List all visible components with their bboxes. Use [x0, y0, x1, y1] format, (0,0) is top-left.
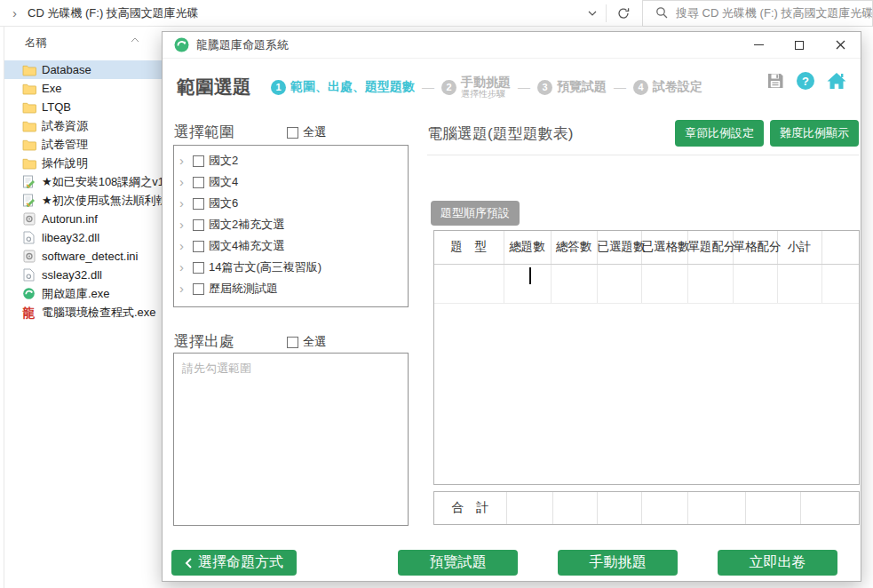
save-icon[interactable] [766, 72, 784, 90]
col-subtotal: 小計 [777, 231, 821, 264]
expand-chevron-icon[interactable]: › [179, 220, 188, 229]
chevron-down-icon[interactable] [579, 0, 606, 27]
folder-icon [21, 156, 36, 171]
tree-item-checkbox[interactable] [193, 283, 204, 295]
minimize-button[interactable] [738, 32, 779, 59]
preview-questions-button[interactable]: 預覽試題 [398, 550, 518, 576]
file-row-database[interactable]: Database [4, 60, 162, 79]
file-label: libeay32.dll [42, 231, 99, 244]
tree-item-label[interactable]: 國文2 [209, 153, 238, 169]
address-controls [579, 0, 640, 27]
tree-item-label[interactable]: 14篇古文(高三複習版) [209, 259, 321, 275]
type-order-preset-button[interactable]: 題型順序預設 [431, 201, 520, 226]
tree-item-checkbox[interactable] [193, 219, 204, 231]
breadcrumb[interactable]: CD 光碟機 (F:) 技高國文題庫光碟 [28, 5, 199, 21]
file-row-env-check-exe[interactable]: 龍 電腦環境檢查程式.exe [4, 303, 162, 322]
tree-item-label[interactable]: 國文2補充文選 [209, 217, 284, 233]
cell-question-type[interactable] [434, 264, 504, 303]
app-logo-icon [174, 37, 189, 52]
breadcrumb-arrow-icon[interactable]: › [12, 5, 17, 20]
tree-item-label[interactable]: 國文4 [209, 174, 238, 190]
expand-chevron-icon[interactable]: › [179, 199, 188, 208]
chapter-ratio-button[interactable]: 章節比例設定 [675, 120, 764, 147]
total-label: 合 計 [434, 492, 506, 524]
expand-chevron-icon[interactable]: › [179, 242, 188, 250]
file-row-readme-108[interactable]: ★如已安裝108課綱之v1.( [4, 172, 162, 191]
config-file-icon [21, 212, 36, 226]
text-caret [529, 267, 531, 284]
file-row-ssleay[interactable]: ssleay32.dll [4, 266, 162, 284]
generate-paper-button[interactable]: 立即出卷 [718, 550, 837, 576]
col-question-type: 題 型 [434, 231, 504, 264]
cell-selected-questions[interactable] [597, 264, 641, 303]
step-3-label: 預覽試題 [557, 79, 607, 95]
app-exe-icon [21, 287, 36, 301]
tree-item-label[interactable]: 國文4補充文選 [209, 238, 284, 254]
tree-item-checkbox[interactable] [193, 198, 204, 210]
cell-total-questions[interactable] [504, 264, 551, 303]
source-list-box[interactable]: 請先勾選範圍 [173, 353, 409, 526]
file-row-readme-firstuse[interactable]: ★初次使用或無法順利執行 [4, 191, 162, 210]
tree-item-label[interactable]: 歷屆統測試題 [209, 281, 278, 297]
file-row-exe-folder[interactable]: Exe [4, 79, 162, 98]
step-1-range[interactable]: 1 範圍、出處、題型題數 [271, 79, 415, 95]
page-title: 範圍選題 [177, 75, 251, 99]
tree-item-label[interactable]: 國文6 [209, 195, 238, 211]
folder-icon [21, 100, 36, 115]
cell-subtotal[interactable] [777, 264, 821, 303]
file-list-pane: 名稱 Database Exe LTQB 試卷資源 試卷管 [4, 27, 162, 588]
document-icon [21, 175, 36, 189]
range-select-all-checkbox[interactable] [287, 127, 298, 139]
back-to-mode-button[interactable]: 選擇命題方式 [171, 550, 297, 576]
column-header-name[interactable]: 名稱 [25, 36, 47, 51]
cell-points-per-blank[interactable] [733, 264, 777, 303]
file-row-ltqb[interactable]: LTQB [4, 98, 162, 116]
wizard-steps: 1 範圍、出處、題型題數 — 2 手動挑題 選擇性步驟 — 3 預覽試題 — [271, 75, 702, 99]
step-separator: — [422, 80, 434, 94]
dll-file-icon [21, 231, 36, 245]
maximize-button[interactable] [779, 32, 820, 59]
close-button[interactable] [820, 32, 861, 59]
app-window: 龍騰題庫命題系統 範圍選題 1 範圍、出處、題型題數 — 2 [162, 31, 861, 582]
file-row-autorun[interactable]: Autorun.inf [4, 210, 162, 228]
tree-item-checkbox[interactable] [193, 241, 204, 252]
source-placeholder: 請先勾選範圍 [182, 362, 251, 375]
cell-points-per-question[interactable] [687, 264, 733, 303]
step-3-preview[interactable]: 3 預覽試題 [537, 79, 607, 95]
step-2-manual-pick[interactable]: 2 手動挑題 選擇性步驟 [441, 75, 511, 99]
expand-chevron-icon[interactable]: › [179, 178, 188, 187]
cell-extra[interactable] [821, 264, 860, 303]
app-header: 範圍選題 1 範圍、出處、題型題數 — 2 手動挑題 選擇性步驟 — 3 [163, 60, 861, 115]
difficulty-ratio-button[interactable]: 難度比例顯示 [770, 120, 859, 147]
folder-icon [21, 82, 36, 96]
step-4-paper-settings[interactable]: 4 試卷設定 [633, 79, 702, 95]
step-4-label: 試卷設定 [653, 79, 702, 95]
tree-item-checkbox[interactable] [193, 177, 204, 188]
file-row-libeay[interactable]: libeay32.dll [4, 228, 162, 247]
manual-button-label: 手動挑題 [590, 553, 647, 572]
help-icon[interactable]: ? [797, 72, 814, 90]
manual-pick-button[interactable]: 手動挑題 [558, 550, 678, 576]
source-select-all-checkbox[interactable] [287, 337, 298, 348]
col-selected-blanks: 已選格數 [641, 231, 687, 264]
search-input[interactable]: 搜尋 CD 光碟機 (F:) 技高國文題庫光碟 [642, 0, 873, 27]
cell-selected-blanks[interactable] [641, 264, 687, 303]
col-points-per-blank: 單格配分 [733, 231, 777, 264]
file-row-software-detect[interactable]: software_detect.ini [4, 247, 162, 266]
refresh-icon[interactable] [607, 0, 640, 27]
sort-ascending-icon[interactable] [131, 32, 139, 45]
step-2-sublabel: 選擇性步驟 [461, 89, 511, 99]
file-row-exam-manage[interactable]: 試卷管理 [4, 135, 162, 154]
file-row-exam-resource[interactable]: 試卷資源 [4, 116, 162, 135]
file-row-instructions[interactable]: 操作說明 [4, 154, 162, 172]
home-icon[interactable] [827, 72, 846, 90]
total-cell [745, 492, 800, 524]
table-header-row: 題 型 總題數 總答數 已選題數 已選格數 單題配分 單格配分 小計 [434, 231, 860, 264]
file-row-open-bank-exe[interactable]: 開啟題庫.exe [4, 284, 162, 303]
cell-total-answers[interactable] [551, 264, 597, 303]
expand-chevron-icon[interactable]: › [179, 263, 188, 272]
expand-chevron-icon[interactable]: › [179, 284, 188, 293]
tree-item-checkbox[interactable] [193, 155, 204, 167]
tree-item-checkbox[interactable] [193, 262, 204, 274]
expand-chevron-icon[interactable]: › [179, 156, 188, 165]
